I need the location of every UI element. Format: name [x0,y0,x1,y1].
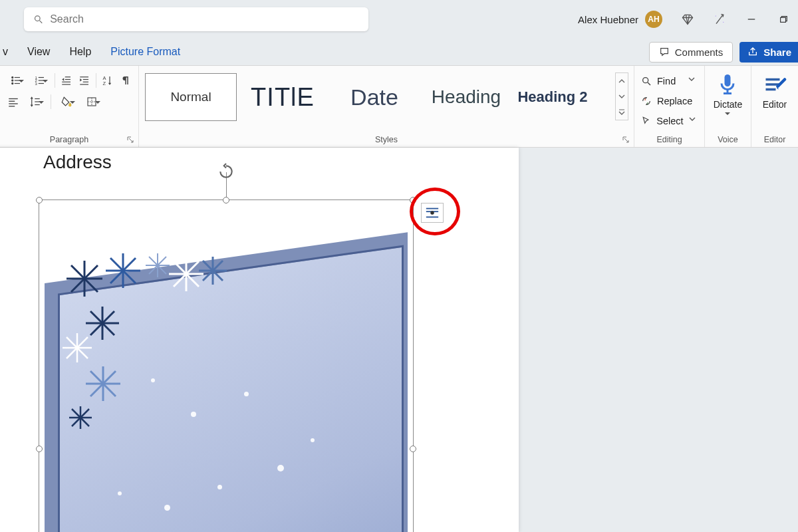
resize-handle-mr[interactable] [410,446,416,452]
picture-selection-frame[interactable] [39,200,414,532]
resize-handle-tm[interactable] [223,197,229,203]
select-button[interactable]: Select [641,111,699,131]
shading-button[interactable] [55,94,78,110]
styles-launcher-icon[interactable] [622,136,630,144]
resize-handle-ml[interactable] [36,446,43,452]
page[interactable]: Address [0,148,519,532]
svg-point-2 [716,16,716,17]
rotate-handle[interactable] [217,163,235,183]
styles-scroll-up-icon[interactable] [616,73,628,88]
replace-button[interactable]: ac Replace [641,91,699,111]
dictate-label: Dictate [714,99,743,110]
replace-label: Replace [657,96,692,106]
title-bar: Alex Huebner AH [0,0,798,39]
find-button[interactable]: Find [641,71,699,91]
editor-icon [763,72,787,96]
user-name: Alex Huebner [578,14,638,25]
share-button[interactable]: Share [739,42,798,63]
style-title[interactable]: TITlE [237,73,329,121]
svg-point-3 [723,22,724,23]
chevron-down-icon [725,112,730,118]
svg-line-1 [39,21,42,23]
styles-label: Styles [139,135,634,144]
svg-text:Z: Z [103,80,106,86]
find-label: Find [657,76,676,86]
tab-cutoff[interactable]: v [3,42,17,62]
group-styles: Normal TITlE Date Heading Heading 2 Styl… [139,66,634,147]
styles-expand-icon[interactable] [616,104,628,120]
coming-soon-icon[interactable] [713,13,726,26]
group-paragraph: 123 AZ Paragraph [0,66,139,147]
replace-icon: ac [641,96,652,106]
style-date[interactable]: Date [329,73,420,121]
increase-indent-button[interactable] [76,72,92,88]
show-marks-button[interactable] [118,72,133,88]
picture-content [45,205,408,532]
comments-button[interactable]: Comments [649,42,733,63]
avatar: AH [645,11,662,28]
styles-scroll-down-icon[interactable] [616,88,628,104]
align-left-button[interactable] [5,94,21,110]
group-editor: Editor Editor [751,66,798,147]
select-icon [641,116,651,126]
ribbon-tabs: v View Help Picture Format Comments Shar… [0,39,798,65]
microphone-icon [716,72,739,96]
group-editing: Find ac Replace Select Editing [634,66,705,147]
svg-text:a: a [644,98,646,101]
account-button[interactable]: Alex Huebner AH [578,11,662,28]
styles-gallery[interactable]: Normal TITlE Date Heading Heading 2 [144,72,628,122]
style-heading[interactable]: Heading [420,73,512,121]
chevron-down-icon [689,116,699,126]
svg-point-6 [12,76,13,78]
svg-text:3: 3 [35,82,37,86]
style-heading2[interactable]: Heading 2 [512,73,593,121]
borders-button[interactable] [80,94,103,110]
numbering-button[interactable]: 123 [29,72,51,88]
editor-btn-label: Editor [763,99,787,110]
styles-scroll[interactable] [615,72,628,120]
search-box[interactable] [24,7,368,31]
sort-button[interactable]: AZ [100,72,116,88]
minimize-button[interactable] [745,15,758,24]
dictate-button[interactable]: Dictate [714,72,743,118]
line-spacing-button[interactable] [24,94,47,110]
bullets-button[interactable] [5,72,27,88]
annotation-circle [410,188,460,235]
select-label: Select [656,116,683,126]
svg-line-41 [648,82,650,85]
voice-label: Voice [705,135,751,144]
paragraph-launcher-icon[interactable] [126,136,134,144]
svg-point-40 [643,78,648,83]
tab-help[interactable]: Help [60,42,100,62]
svg-point-8 [12,80,13,81]
share-label: Share [763,47,791,58]
address-heading: Address [43,152,112,173]
editor-button[interactable]: Editor [763,72,787,110]
paragraph-label: Paragraph [0,135,138,144]
chevron-down-icon [688,76,699,86]
document-area: Address [0,148,798,532]
comments-label: Comments [675,47,724,58]
resize-handle-tl[interactable] [36,197,43,203]
comment-icon [659,47,670,57]
editing-label: Editing [634,135,704,144]
editor-label: Editor [751,135,798,144]
premium-icon[interactable] [681,13,694,26]
svg-point-0 [35,16,41,21]
svg-rect-44 [725,74,731,86]
share-icon [747,47,758,57]
find-icon [641,76,652,86]
svg-rect-5 [781,17,786,22]
group-voice: Dictate Voice [705,66,751,147]
ribbon: 123 AZ Paragraph Normal TITlE Date Headi… [0,65,798,148]
tab-picture-format[interactable]: Picture Format [101,42,190,62]
tab-view[interactable]: View [18,42,59,62]
search-icon [33,14,43,25]
decrease-indent-button[interactable] [59,72,74,88]
maximize-button[interactable] [777,15,790,24]
svg-point-10 [12,82,13,84]
search-input[interactable] [50,13,359,25]
style-normal[interactable]: Normal [145,73,237,121]
